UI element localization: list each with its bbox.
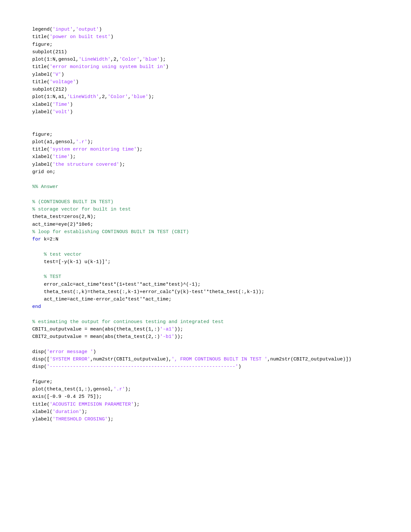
code-part-string: 'error monitoring using system built in' — [50, 64, 166, 70]
code-line: ylabel('THRESHOLD CROSING'); — [32, 416, 392, 423]
code-part-normal: ); — [82, 409, 87, 415]
code-part-keyword: for — [32, 237, 41, 242]
code-part-normal: title( — [32, 147, 50, 152]
code-part-string: '-b1' — [160, 334, 174, 340]
code-part-normal: ,num2str(CBIT2_outputvalue)]) — [267, 357, 351, 362]
code-part-string: 'input' — [53, 27, 73, 32]
code-comment: % estimating the output for continoues t… — [32, 319, 224, 325]
code-line: plot(theta_test(1,:),gensol,'.r'); — [32, 386, 392, 393]
code-comment: % storage vector for built in test — [32, 207, 131, 212]
code-line: theta_test=zeros(2,N); — [32, 213, 392, 221]
code-comment-indent: % test vector — [32, 252, 82, 257]
code-line: disp(['SYSTEM ERROR',num2str(CBIT1_outpu… — [32, 356, 392, 363]
code-part-normal: ) — [70, 109, 73, 115]
code-part-string: 'system error monitoring time' — [50, 147, 137, 152]
code-line: plot(1:N,a1,'LineWidth',2,'Color','blue'… — [32, 93, 392, 101]
code-text-indent: act_time=act_time-error_calc*test'*act_t… — [32, 297, 171, 302]
code-comment: % (CONTINOUES BUILT IN TEST) — [32, 199, 113, 205]
code-part-normal: CBIT1_outputvalue = mean(abs(theta_test(… — [32, 327, 160, 332]
code-part-normal: CBIT2_outputvalue = mean(abs(theta_test(… — [32, 334, 160, 340]
code-part-normal: ) — [238, 364, 241, 369]
code-part-normal: , — [128, 94, 131, 100]
code-text: subplot(211) — [32, 49, 67, 55]
code-line: legend('input','output') — [32, 26, 392, 33]
code-line: subplot(211) — [32, 48, 392, 56]
code-part-string: 'Color' — [119, 57, 140, 62]
code-part-normal: ); — [137, 147, 142, 152]
code-line: % estimating the output for continoues t… — [32, 318, 392, 326]
code-part-string: 'ACOUSTIC EMMISION PARAMETER' — [50, 402, 134, 407]
code-text: figure; — [32, 132, 53, 137]
code-line — [32, 191, 392, 198]
code-part-normal: plot(theta_test(1,:),gensol, — [32, 387, 113, 392]
code-text: axis([-0.9 -0.4 25 75]); — [32, 394, 102, 399]
code-text: figure; — [32, 379, 53, 385]
code-line: act_time=act_time-error_calc*test'*act_t… — [32, 296, 392, 303]
code-part-normal: xlabel( — [32, 154, 53, 160]
code-part-normal: ,num2str(CBIT1_outputvalue), — [90, 357, 171, 362]
code-text: subplot(212) — [32, 87, 67, 92]
code-part-string: 'blue' — [142, 57, 160, 62]
code-line: xlabel('time'); — [32, 153, 392, 161]
code-part-normal: ,2, — [111, 57, 119, 62]
code-part-normal: )); — [174, 334, 183, 340]
code-text-indent: error_calc=act_time*test*(1+test'*act_ti… — [32, 282, 201, 287]
code-line: figure; — [32, 131, 392, 138]
code-part-normal: title( — [32, 402, 50, 407]
code-part-string: 'THRESHOLD CROSING' — [53, 417, 108, 422]
code-line: ylabel('volt') — [32, 108, 392, 116]
code-line: act_time=eye(2)*10e6; — [32, 221, 392, 228]
code-line: % storage vector for built in test — [32, 206, 392, 213]
code-part-normal: ); — [70, 154, 76, 160]
code-part-string: 'V' — [53, 72, 61, 77]
code-line: axis([-0.9 -0.4 25 75]); — [32, 393, 392, 400]
code-part-normal: ) — [61, 72, 64, 77]
code-part-normal: k=2:N — [41, 237, 58, 242]
code-part-string: ', FROM CONTINOUS BUILT IN TEST ' — [171, 357, 267, 362]
code-part-normal: ) — [111, 34, 113, 40]
code-part-normal: disp( — [32, 349, 47, 355]
code-line: disp('error message ') — [32, 348, 392, 356]
code-line — [32, 243, 392, 251]
code-line: % loop for establishing CONTINOUS BUILT … — [32, 228, 392, 236]
code-comment: %% Answer — [32, 184, 58, 190]
code-text: figure; — [32, 42, 53, 47]
code-line — [32, 266, 392, 273]
code-line: CBIT2_outputvalue = mean(abs(theta_test(… — [32, 333, 392, 340]
code-part-normal: ) — [166, 64, 169, 70]
code-part-normal: plot(1:N,a1, — [32, 94, 67, 100]
code-part-normal: , — [140, 57, 142, 62]
code-line: title('voltage') — [32, 78, 392, 86]
code-part-string: 'volt' — [53, 109, 70, 115]
code-part-normal: ,2, — [99, 94, 108, 100]
code-line: subplot(212) — [32, 86, 392, 93]
code-text: grid on; — [32, 169, 55, 175]
code-line: title('error monitoring using system bui… — [32, 63, 392, 71]
code-text: act_time=eye(2)*10e6; — [32, 222, 93, 227]
code-line: % (CONTINOUES BUILT IN TEST) — [32, 198, 392, 206]
code-part-normal: ylabel( — [32, 72, 53, 77]
code-part-string: 'SYSTEM ERROR' — [50, 357, 90, 362]
code-part-string: 'duration' — [53, 409, 82, 415]
code-part-string: 'power on built test' — [50, 34, 111, 40]
code-text-indent: theta_test(:,k)=theta_test(:,k-1)+error_… — [32, 289, 264, 295]
code-line: xlabel('Time') — [32, 101, 392, 108]
code-part-normal: xlabel( — [32, 409, 53, 415]
code-line: title('power on built test') — [32, 33, 392, 41]
code-line — [32, 123, 392, 131]
code-part-normal: ); — [119, 162, 125, 167]
code-keyword: end — [32, 304, 41, 310]
code-line: CBIT1_outputvalue = mean(abs(theta_test(… — [32, 326, 392, 333]
code-comment: % loop for establishing CONTINOUS BUILT … — [32, 229, 189, 235]
code-line: theta_test(:,k)=theta_test(:,k-1)+error_… — [32, 288, 392, 296]
code-part-normal: , — [73, 27, 76, 32]
code-line: figure; — [32, 378, 392, 386]
code-line — [32, 116, 392, 123]
code-line: for k=2:N — [32, 236, 392, 243]
code-part-normal: ) — [70, 102, 73, 107]
code-line: disp('----------------------------------… — [32, 363, 392, 370]
code-part-normal: ylabel( — [32, 417, 53, 422]
code-part-string: 'the structure covered' — [53, 162, 119, 167]
code-comment-indent: % TEST — [32, 274, 61, 280]
code-line: ylabel('V') — [32, 71, 392, 78]
